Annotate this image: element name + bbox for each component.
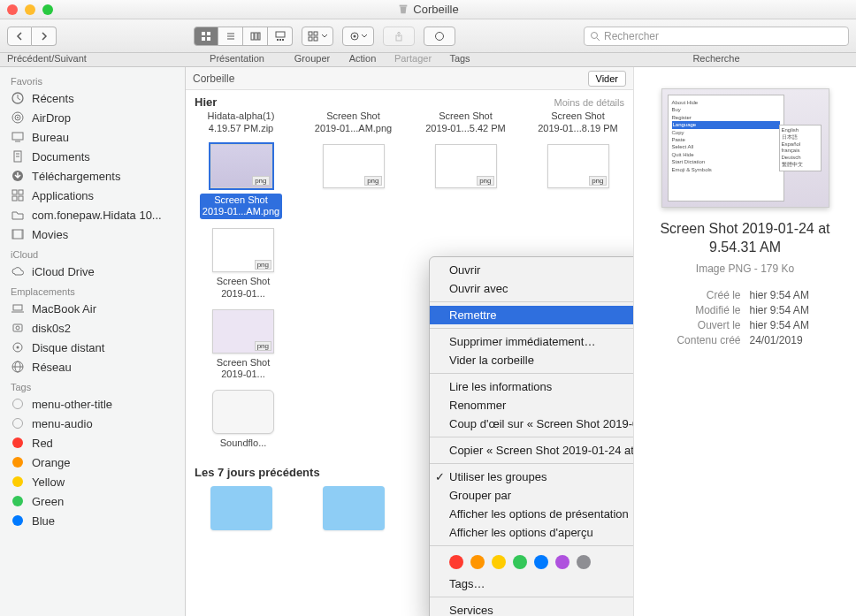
check-icon: ✓ xyxy=(435,470,445,483)
menu-services[interactable]: Services▶ xyxy=(430,601,633,616)
sidebar-item[interactable]: AirDrop xyxy=(0,108,185,127)
folder-icon xyxy=(11,208,25,222)
sidebar-tag-item[interactable]: menu-audio xyxy=(0,414,185,433)
tag-color-button[interactable] xyxy=(534,555,548,569)
sidebar-item[interactable]: MacBook Air xyxy=(0,299,185,318)
svg-rect-44 xyxy=(13,324,22,331)
svg-rect-35 xyxy=(12,190,17,194)
svg-point-22 xyxy=(436,32,444,40)
menu-put-back[interactable]: Remettre xyxy=(430,306,633,324)
sidebar-item[interactable]: Récents xyxy=(0,88,185,108)
menu-use-groups[interactable]: ✓Utiliser les groupes xyxy=(430,468,633,486)
tag-color-button[interactable] xyxy=(470,555,485,569)
file-item[interactable]: Soundflo... xyxy=(195,386,292,450)
file-item[interactable]: png Screen Shot2019-01... xyxy=(195,224,292,300)
meta-value: 24/01/2019 xyxy=(750,334,845,346)
sidebar-item[interactable]: Movies xyxy=(0,224,185,244)
less-details-link[interactable]: Moins de détails xyxy=(554,97,625,108)
sidebar-tag-item[interactable]: menu-other-title xyxy=(0,394,185,414)
tags-button[interactable] xyxy=(424,27,455,46)
menu-open[interactable]: Ouvrir xyxy=(430,261,633,279)
sidebar-item[interactable]: Applications xyxy=(0,186,185,205)
menu-get-info[interactable]: Lire les informations xyxy=(430,377,633,396)
preview-thumbnail: About HideBuyRegisterLanguageCopyPasteSe… xyxy=(661,88,829,208)
menu-view-options[interactable]: Afficher les options de présentation xyxy=(430,505,633,523)
sidebar-tag-item[interactable]: Green xyxy=(0,491,185,511)
menu-delete-immediately[interactable]: Supprimer immédiatement… xyxy=(430,332,633,351)
search-input[interactable]: Rechercher xyxy=(584,27,849,46)
menu-tags[interactable]: Tags… xyxy=(430,574,633,593)
file-item[interactable]: Screen Shot2019-01...8.19 PM xyxy=(531,109,624,135)
sidebar-tag-item[interactable]: Yellow xyxy=(0,472,185,491)
menu-preview-options[interactable]: Afficher les options d'aperçu xyxy=(430,523,633,542)
svg-line-24 xyxy=(597,38,600,41)
sidebar-item[interactable]: Documents xyxy=(0,147,185,166)
sidebar-item[interactable]: disk0s2 xyxy=(0,318,185,338)
folder-item[interactable] xyxy=(195,483,287,534)
apps-icon xyxy=(11,188,25,202)
svg-point-20 xyxy=(354,34,356,37)
file-item-selected[interactable]: png Screen Shot2019-01...AM.png xyxy=(195,141,287,220)
file-item[interactable]: png xyxy=(531,141,624,220)
preview-title: Screen Shot 2019-01-24 at 9.54.31 AM xyxy=(646,220,844,257)
file-item[interactable]: Screen Shot2019-01...AM.png xyxy=(307,109,400,135)
trash-icon xyxy=(397,3,409,15)
view-columns-button[interactable] xyxy=(243,27,268,46)
menu-quick-look[interactable]: Coup d'œil sur « Screen Shot 2019-01-24 … xyxy=(430,414,633,433)
sidebar-item[interactable]: iCloud Drive xyxy=(0,262,185,281)
file-item[interactable]: Screen Shot2019-01...5.42 PM xyxy=(419,109,512,135)
group-button[interactable] xyxy=(302,27,333,46)
svg-point-45 xyxy=(16,326,19,330)
empty-trash-button[interactable]: Vider xyxy=(588,71,626,87)
file-item[interactable]: png xyxy=(419,141,512,220)
sidebar-item[interactable]: Téléchargements xyxy=(0,166,185,186)
folder-item[interactable] xyxy=(307,483,400,534)
view-list-button[interactable] xyxy=(218,27,243,46)
sidebar-item-label: Red xyxy=(32,437,53,450)
sidebar-tag-item[interactable]: Red xyxy=(0,433,185,452)
svg-rect-42 xyxy=(13,305,22,310)
tag-dot-icon xyxy=(11,416,25,430)
svg-rect-38 xyxy=(19,196,23,201)
tag-color-button[interactable] xyxy=(449,555,463,569)
menu-rename[interactable]: Renommer xyxy=(430,396,633,414)
file-item[interactable]: png Screen Shot2019-01... xyxy=(195,306,292,382)
sidebar-tag-item[interactable]: Blue xyxy=(0,511,185,530)
sidebar-item[interactable]: com.fonepaw.Hidata 10... xyxy=(0,205,185,224)
tag-dot-icon xyxy=(11,494,25,508)
sidebar-item-label: Orange xyxy=(32,456,70,469)
svg-point-28 xyxy=(17,117,19,118)
sidebar-item[interactable]: Bureau xyxy=(0,127,185,147)
menu-open-with[interactable]: Ouvrir avec▶ xyxy=(430,279,633,298)
sidebar-tag-item[interactable]: Orange xyxy=(0,452,185,472)
menu-copy[interactable]: Copier « Screen Shot 2019-01-24 at 9.54.… xyxy=(430,441,633,460)
globe-icon xyxy=(11,360,25,374)
tag-dot-icon xyxy=(11,475,25,489)
tag-dot-icon xyxy=(11,436,25,450)
tag-color-button[interactable] xyxy=(492,555,506,569)
share-button[interactable] xyxy=(383,27,415,46)
svg-rect-10 xyxy=(258,33,260,40)
context-menu: Ouvrir Ouvrir avec▶ Remettre Supprimer i… xyxy=(429,256,633,616)
sidebar-item-label: menu-other-title xyxy=(32,398,112,411)
view-icons-button[interactable] xyxy=(194,27,218,46)
tag-color-button[interactable] xyxy=(513,555,527,569)
file-item[interactable]: png xyxy=(307,141,400,220)
back-button[interactable] xyxy=(7,27,32,46)
svg-rect-1 xyxy=(202,32,205,35)
sidebar-item[interactable]: Réseau xyxy=(0,357,185,376)
menu-group-by[interactable]: Grouper par▶ xyxy=(430,486,633,505)
preview-meta: Image PNG - 179 Ko xyxy=(646,262,844,275)
view-gallery-button[interactable] xyxy=(268,27,293,46)
sidebar-item[interactable]: Disque distant xyxy=(0,338,185,357)
action-button[interactable] xyxy=(342,27,374,46)
menu-empty-trash[interactable]: Vider la corbeille xyxy=(430,351,633,369)
cloud-icon xyxy=(11,264,25,278)
forward-button[interactable] xyxy=(32,27,57,46)
tag-color-button[interactable] xyxy=(555,555,569,569)
tag-color-button[interactable] xyxy=(577,555,591,569)
sidebar-item-label: Récents xyxy=(32,92,74,105)
laptop-icon xyxy=(11,301,25,316)
file-item[interactable]: Hidata-alpha(1)4.19.57 PM.zip xyxy=(195,109,287,135)
meta-value: hier 9:54 AM xyxy=(750,304,845,316)
